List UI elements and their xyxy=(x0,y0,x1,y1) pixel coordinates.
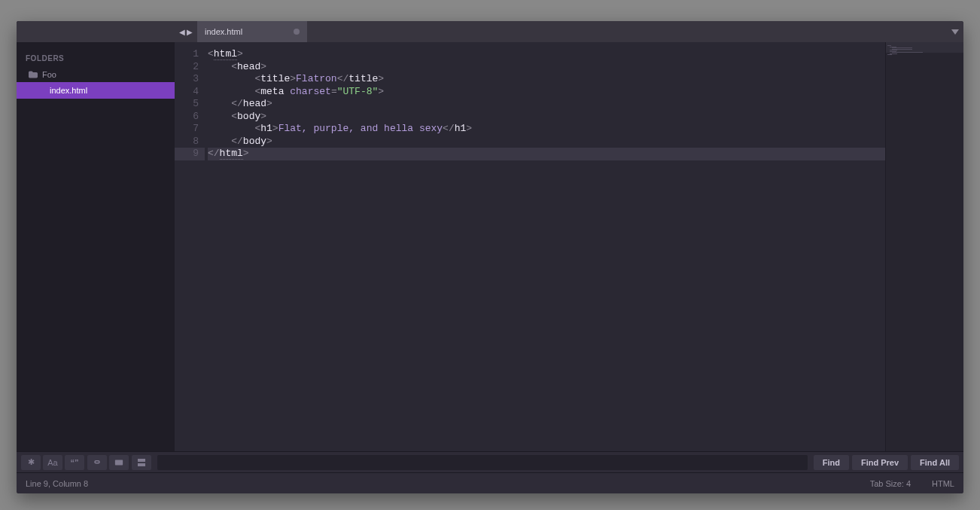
svg-rect-2 xyxy=(138,463,145,466)
find-option-group-2 xyxy=(87,455,129,470)
minimap[interactable] xyxy=(885,42,963,451)
nav-forward-icon[interactable]: ▶ xyxy=(187,28,193,36)
code-editor[interactable]: 123456789 <html> <head> <title>Flatron</… xyxy=(175,42,885,451)
find-option-group-3 xyxy=(132,455,151,470)
find-option-group: ✱ Aa “” xyxy=(21,455,84,470)
nav-back-icon[interactable]: ◀ xyxy=(179,28,185,36)
svg-rect-0 xyxy=(115,460,123,465)
tab-dirty-icon[interactable] xyxy=(294,29,300,35)
folder-row[interactable]: Foo xyxy=(17,67,175,82)
status-syntax[interactable]: HTML xyxy=(921,479,954,488)
find-bar: ✱ Aa “” Find Find Prev Find All xyxy=(17,451,963,472)
find-highlight-button[interactable] xyxy=(132,455,151,470)
find-wrap-button[interactable] xyxy=(87,455,107,470)
tab-overflow-button[interactable] xyxy=(951,21,959,42)
svg-rect-1 xyxy=(138,459,145,462)
status-bar: Line 9, Column 8 Tab Size: 4 HTML xyxy=(17,472,963,493)
find-all-button[interactable]: Find All xyxy=(911,455,959,470)
find-regex-button[interactable]: ✱ xyxy=(21,455,41,470)
find-input[interactable] xyxy=(157,455,808,470)
find-inselection-button[interactable] xyxy=(109,455,129,470)
status-cursor[interactable]: Line 9, Column 8 xyxy=(26,479,99,488)
editor-window: FOLDERS Foo index.html ◀ ▶ index.html 12… xyxy=(17,21,963,493)
tab-bar: ◀ ▶ index.html xyxy=(17,21,963,42)
status-tabsize[interactable]: Tab Size: 4 xyxy=(860,479,921,488)
link-icon xyxy=(93,458,102,467)
selection-icon xyxy=(114,458,123,467)
folder-icon xyxy=(29,71,38,78)
sidebar-title: FOLDERS xyxy=(17,48,175,67)
highlight-icon xyxy=(137,458,146,467)
editor-area: 123456789 <html> <head> <title>Flatron</… xyxy=(175,42,963,451)
folder-label: Foo xyxy=(42,70,56,79)
find-prev-button[interactable]: Find Prev xyxy=(852,455,908,470)
tab-label: index.html xyxy=(205,27,242,36)
tab-nav: ◀ ▶ xyxy=(175,21,197,42)
file-row[interactable]: index.html xyxy=(17,82,175,99)
find-button[interactable]: Find xyxy=(814,455,849,470)
find-case-button[interactable]: Aa xyxy=(43,455,62,470)
code-content[interactable]: <html> <head> <title>Flatron</title> <me… xyxy=(205,42,885,451)
find-wholeword-button[interactable]: “” xyxy=(65,455,84,470)
gutter: 123456789 xyxy=(175,42,205,451)
tab-active[interactable]: index.html xyxy=(197,21,307,42)
sidebar: FOLDERS Foo index.html xyxy=(17,21,175,451)
